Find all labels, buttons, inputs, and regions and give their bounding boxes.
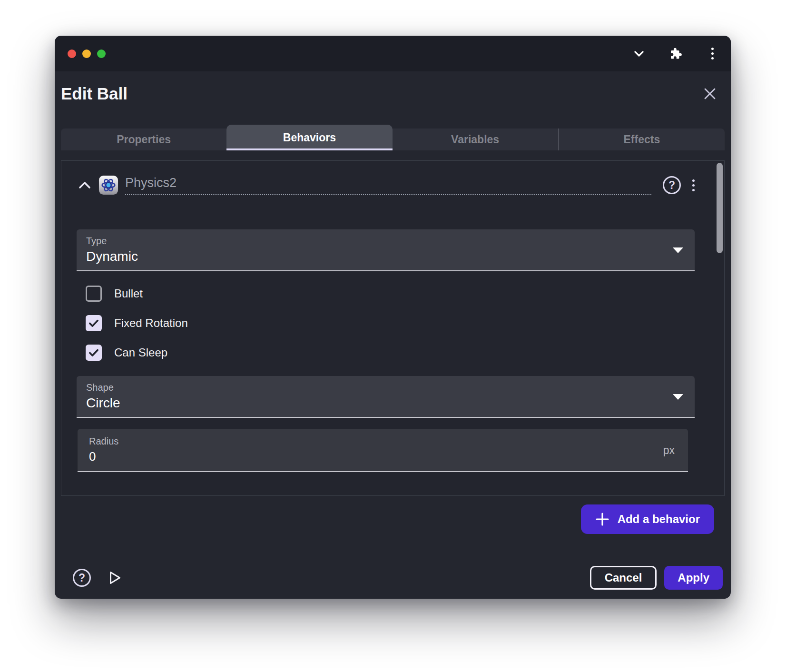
panel-scrollbar[interactable] — [717, 163, 723, 253]
cancel-button[interactable]: Cancel — [590, 566, 657, 590]
dialog-header: Edit Ball — [61, 84, 725, 104]
caret-down-icon — [673, 247, 683, 253]
close-icon — [703, 87, 717, 101]
behavior-header: Physics2 ? — [77, 175, 695, 195]
close-dialog-button[interactable] — [702, 86, 718, 102]
add-behavior-button[interactable]: Add a behavior — [581, 504, 714, 534]
checkbox-row-bullet[interactable]: Bullet — [86, 285, 695, 302]
physics-atom-icon — [98, 175, 118, 195]
shape-label: Shape — [86, 382, 685, 393]
caret-down-icon — [673, 394, 683, 400]
tab-variables[interactable]: Variables — [393, 128, 558, 150]
shape-select[interactable]: Shape Circle — [77, 376, 695, 418]
checkmark-icon — [88, 346, 100, 359]
radius-input[interactable]: Radius 0 px — [78, 429, 688, 472]
plus-icon — [595, 512, 609, 526]
tab-properties[interactable]: Properties — [61, 128, 226, 150]
edit-dialog-window: Edit Ball Properties Behaviors Variables… — [55, 36, 731, 599]
fixed-rotation-label: Fixed Rotation — [114, 316, 188, 330]
puzzle-icon[interactable] — [668, 47, 683, 61]
radius-label: Radius — [89, 436, 677, 447]
fixed-rotation-checkbox[interactable] — [86, 315, 102, 331]
dialog-footer: ? Cancel Apply — [61, 566, 725, 599]
tab-effects[interactable]: Effects — [558, 128, 725, 150]
minimize-window-button[interactable] — [82, 49, 91, 58]
tab-behaviors[interactable]: Behaviors — [226, 125, 392, 150]
window-titlebar — [55, 36, 731, 71]
traffic-lights — [68, 49, 106, 58]
dialog-help-icon[interactable]: ? — [73, 569, 91, 587]
behavior-help-icon[interactable]: ? — [663, 176, 681, 194]
bullet-label: Bullet — [114, 287, 143, 300]
behavior-options-kebab-icon[interactable] — [692, 179, 695, 191]
shape-value: Circle — [86, 395, 685, 411]
chevron-down-icon[interactable] — [632, 47, 646, 61]
checkbox-row-can-sleep[interactable]: Can Sleep — [86, 344, 695, 361]
tab-bar: Properties Behaviors Variables Effects — [61, 125, 725, 150]
apply-button[interactable]: Apply — [664, 566, 723, 590]
page-background: Edit Ball Properties Behaviors Variables… — [0, 0, 786, 672]
close-window-button[interactable] — [68, 49, 76, 58]
checkbox-row-fixed-rotation[interactable]: Fixed Rotation — [86, 315, 695, 332]
radius-unit: px — [663, 444, 675, 456]
type-value: Dynamic — [86, 249, 685, 264]
collapse-behavior-button[interactable] — [79, 181, 91, 189]
add-behavior-label: Add a behavior — [618, 513, 700, 526]
radius-value[interactable]: 0 — [89, 449, 677, 464]
preview-play-icon[interactable] — [106, 569, 123, 586]
type-label: Type — [86, 236, 685, 247]
behavior-name-field[interactable]: Physics2 — [125, 176, 651, 195]
checkbox-group: Bullet Fixed Rotation Can Sleep — [86, 285, 695, 361]
page-title: Edit Ball — [61, 84, 128, 103]
checkmark-icon — [88, 317, 100, 329]
behaviors-panel: Physics2 ? Type Dynamic Bullet — [61, 160, 725, 496]
can-sleep-label: Can Sleep — [114, 346, 167, 359]
bullet-checkbox[interactable] — [86, 286, 102, 302]
type-select[interactable]: Type Dynamic — [77, 229, 695, 271]
kebab-menu-icon[interactable] — [705, 47, 719, 61]
zoom-window-button[interactable] — [97, 49, 106, 58]
chevron-up-icon — [79, 181, 91, 189]
can-sleep-checkbox[interactable] — [86, 345, 102, 361]
dialog-body: Edit Ball Properties Behaviors Variables… — [55, 71, 731, 599]
